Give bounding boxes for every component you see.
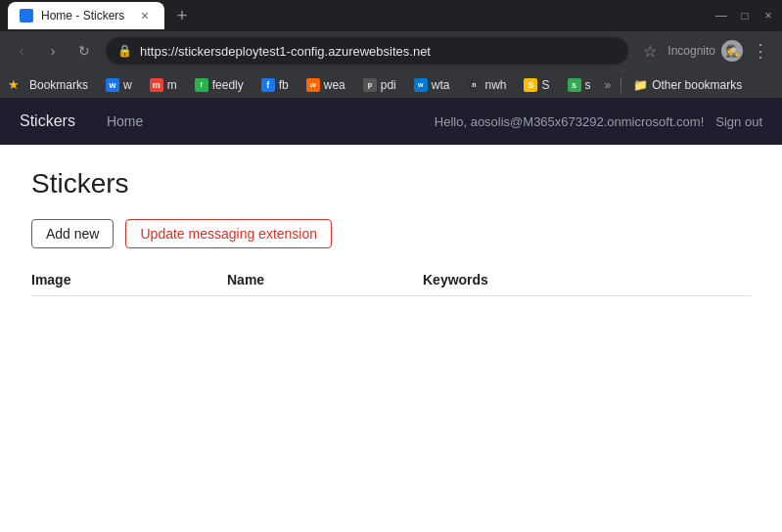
bookmark-s2[interactable]: s s: [560, 74, 599, 96]
lock-icon: 🔒: [117, 44, 132, 58]
forward-button[interactable]: ›: [39, 37, 67, 65]
bookmark-m-icon: m: [150, 78, 163, 92]
maximize-button[interactable]: □: [739, 10, 751, 22]
bookmark-feedly-label: feedly: [212, 78, 244, 92]
table-header: Image Name Keywords: [31, 272, 751, 296]
other-bookmarks-label: Other bookmarks: [652, 78, 742, 92]
title-bar: Home - Stickers × + — □ ×: [0, 0, 782, 31]
window-controls: — □ ×: [715, 10, 774, 22]
incognito-icon: 🕵: [721, 40, 743, 62]
sign-out-link[interactable]: Sign out: [715, 114, 762, 129]
tab-title: Home - Stickers: [41, 9, 124, 22]
bookmark-fb[interactable]: f fb: [253, 74, 297, 96]
bookmarks-star-icon: ★: [8, 77, 20, 92]
title-bar-left: Home - Stickers × +: [8, 2, 196, 29]
bookmark-feedly[interactable]: f feedly: [187, 74, 252, 96]
col-keywords-header: Keywords: [423, 272, 751, 288]
bookmark-s1-icon: S: [524, 78, 537, 92]
bookmark-nwh-icon: n: [467, 78, 481, 92]
back-button[interactable]: ‹: [8, 37, 35, 65]
address-bar: ‹ › ↻ 🔒 https://stickersdeploytest1-conf…: [0, 31, 782, 70]
stickers-table: Image Name Keywords: [31, 272, 751, 296]
content-area: Stickers Add new Update messaging extens…: [0, 145, 782, 324]
chrome-menu-button[interactable]: ⋮: [747, 37, 774, 65]
app-nav-right: Hello, aosolis@M365x673292.onmicrosoft.c…: [435, 114, 762, 129]
col-name-header: Name: [227, 272, 423, 288]
bookmarks-more-button[interactable]: »: [601, 78, 616, 92]
nav-home-link[interactable]: Home: [99, 113, 151, 129]
bookmark-w-icon: w: [106, 78, 119, 92]
bookmark-pdi-label: pdi: [381, 78, 396, 92]
action-buttons: Add new Update messaging extension: [31, 219, 751, 248]
minimize-button[interactable]: —: [715, 10, 727, 22]
tab-favicon: [20, 9, 33, 22]
close-window-button[interactable]: ×: [762, 10, 774, 22]
address-input-wrap[interactable]: 🔒 https://stickersdeploytest1-config.azu…: [106, 37, 628, 65]
bookmark-wta[interactable]: w wta: [406, 74, 458, 96]
hello-text: Hello, aosolis@M365x673292.onmicrosoft.c…: [435, 114, 705, 129]
bookmark-s2-label: s: [585, 78, 591, 92]
bookmark-feedly-icon: f: [195, 78, 208, 92]
other-bookmarks-button[interactable]: 📁 Other bookmarks: [627, 74, 748, 96]
bookmark-s1-label: S: [541, 78, 549, 92]
bookmarks-bar: ★ Bookmarks w w m m f feedly f fb w wea …: [0, 70, 782, 98]
app-brand: Stickers: [20, 112, 75, 130]
bookmark-fb-icon: f: [261, 78, 275, 92]
bookmark-nwh-label: nwh: [484, 78, 506, 92]
bookmark-fb-label: fb: [279, 78, 289, 92]
incognito-area: Incognito 🕵: [667, 40, 743, 62]
bookmark-s2-icon: s: [568, 78, 581, 92]
reload-button[interactable]: ↻: [70, 37, 98, 65]
incognito-label: Incognito: [667, 44, 715, 58]
bookmark-pdi-icon: p: [363, 78, 377, 92]
bookmark-nwh[interactable]: n nwh: [459, 74, 514, 96]
bookmark-bookmarks[interactable]: Bookmarks: [22, 74, 96, 96]
bookmark-wea-icon: w: [306, 78, 320, 92]
bookmark-wta-label: wta: [432, 78, 450, 92]
bookmark-wea[interactable]: w wea: [299, 74, 353, 96]
bookmark-w-label: w: [123, 78, 132, 92]
address-text: https://stickersdeploytest1-config.azure…: [140, 44, 617, 59]
tab-close-button[interactable]: ×: [137, 8, 153, 23]
col-image-header: Image: [31, 272, 227, 288]
folder-icon: 📁: [633, 78, 648, 92]
bookmark-star-button[interactable]: ☆: [636, 37, 664, 65]
bookmark-m[interactable]: m m: [142, 74, 185, 96]
update-messaging-extension-button[interactable]: Update messaging extension: [125, 219, 332, 248]
bookmark-s1[interactable]: S S: [516, 74, 557, 96]
add-new-button[interactable]: Add new: [31, 219, 114, 248]
bookmark-w[interactable]: w w: [98, 74, 140, 96]
bookmark-wta-icon: w: [414, 78, 428, 92]
page-title: Stickers: [31, 168, 751, 200]
bookmark-wea-label: wea: [324, 78, 345, 92]
browser-tab[interactable]: Home - Stickers ×: [8, 2, 164, 29]
new-tab-button[interactable]: +: [168, 2, 196, 29]
bookmark-pdi[interactable]: p pdi: [355, 74, 404, 96]
bookmark-m-label: m: [167, 78, 177, 92]
app-nav: Stickers Home Hello, aosolis@M365x673292…: [0, 98, 782, 145]
bookmarks-divider: [621, 77, 621, 93]
